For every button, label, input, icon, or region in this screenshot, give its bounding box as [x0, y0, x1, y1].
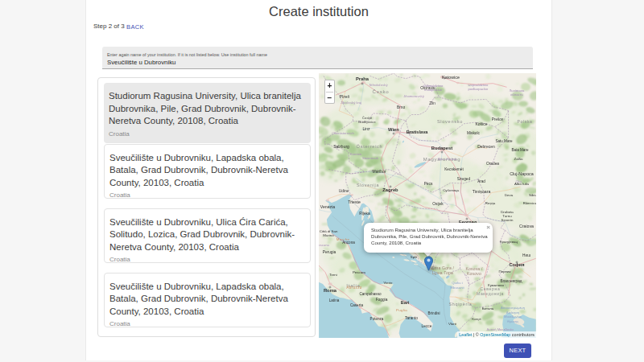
svg-text:Slovensko: Slovensko	[437, 119, 463, 124]
svg-text:Pescara: Pescara	[353, 270, 366, 274]
svg-text:Foggia: Foggia	[376, 298, 388, 302]
svg-text:Plzeň: Plzeň	[340, 94, 350, 99]
svg-text:Cluj: Cluj	[515, 179, 521, 183]
svg-text:Qarku i: Qarku i	[452, 281, 463, 285]
svg-text:Μακεδονίας: Μακεδονίας	[504, 315, 522, 319]
svg-text:Lecce: Lecce	[422, 324, 432, 328]
svg-text:Baia Mare: Baia Mare	[512, 148, 529, 152]
svg-text:Szeged: Szeged	[457, 177, 471, 181]
svg-text:Toscana: Toscana	[319, 243, 329, 247]
svg-text:Taranto: Taranto	[405, 316, 418, 320]
svg-text:Marche: Marche	[336, 237, 350, 241]
svg-text:Благоевград: Благоевград	[501, 279, 522, 283]
svg-text:podkarpackie: podkarpackie	[469, 87, 489, 91]
svg-text:Praha: Praha	[356, 76, 369, 81]
svg-text:Македонија: Македонија	[477, 291, 504, 296]
svg-text:Brno: Brno	[397, 105, 405, 109]
svg-text:Udine: Udine	[339, 189, 349, 193]
svg-text:Kärnten: Kärnten	[350, 152, 362, 156]
svg-text:Miskolc: Miskolc	[467, 131, 481, 135]
svg-text:Перник: Перник	[499, 269, 511, 274]
svg-text:Wien: Wien	[388, 127, 399, 132]
svg-text:Sibiu: Sibiu	[529, 193, 536, 197]
svg-text:Craiova: Craiova	[519, 224, 534, 228]
svg-text:Cluj-Napoca: Cluj-Napoca	[510, 171, 534, 176]
svg-text:Česko: Česko	[372, 88, 389, 94]
svg-text:Reșița: Reșița	[485, 201, 496, 205]
svg-text:Osijek: Osijek	[432, 202, 444, 206]
svg-text:Куманово: Куманово	[488, 283, 504, 287]
svg-text:Polska: Polska	[517, 119, 532, 124]
svg-text:Bács-Kiskun: Bács-Kiskun	[438, 157, 457, 161]
svg-text:Roma: Roma	[324, 288, 337, 293]
svg-text:Râmnicu: Râmnicu	[523, 201, 536, 205]
svg-text:Středočeský: Středočeský	[369, 83, 388, 87]
svg-text:Kecskemét: Kecskemét	[444, 167, 464, 171]
svg-text:Jihomoravský: Jihomoravský	[403, 94, 425, 98]
svg-text:Prešov: Prešov	[492, 117, 504, 121]
svg-text:Linz: Linz	[362, 126, 370, 131]
svg-text:Timișoara: Timișoara	[473, 189, 491, 194]
svg-text:Maribor: Maribor	[373, 169, 386, 174]
svg-text:Puglia: Puglia	[396, 308, 407, 312]
svg-text:Pécs: Pécs	[424, 182, 433, 186]
svg-text:Steiermark: Steiermark	[362, 156, 379, 160]
svg-text:Perugia: Perugia	[323, 250, 336, 254]
svg-text:Vlorë: Vlorë	[448, 322, 457, 326]
svg-text:Oradea: Oradea	[486, 162, 499, 166]
svg-text:Διοίκηση: Διοίκηση	[506, 311, 520, 315]
svg-text:Marino: Marino	[323, 233, 334, 237]
svg-text:Satu Mare: Satu Mare	[495, 139, 513, 143]
svg-text:Црна Гора: Црна Гора	[432, 270, 453, 275]
svg-text:Shqipëria: Shqipëria	[448, 302, 472, 306]
svg-text:Θράκης: Θράκης	[507, 319, 519, 323]
svg-text:Brindisi: Brindisi	[427, 311, 440, 315]
svg-text:Ниш: Ниш	[522, 253, 530, 257]
svg-text:Deva: Deva	[505, 193, 514, 197]
svg-text:Jihočeský kraj: Jihočeský kraj	[341, 101, 361, 105]
svg-text:Terni: Terni	[329, 273, 337, 277]
svg-text:Latina: Latina	[329, 298, 340, 302]
svg-text:Суботица: Суботица	[443, 188, 459, 192]
svg-text:Potenza: Potenza	[370, 317, 384, 321]
svg-text:Budějovice: Budějovice	[358, 120, 376, 124]
svg-text:Debrecen: Debrecen	[477, 144, 495, 149]
svg-text:Trieste: Trieste	[348, 200, 361, 204]
svg-text:Severin: Severin	[502, 218, 514, 222]
svg-text:Campobasso: Campobasso	[359, 292, 382, 296]
svg-text:Крагујевац: Крагујевац	[500, 240, 518, 244]
svg-text:Битола: Битола	[482, 306, 494, 311]
svg-text:Vieste: Vieste	[383, 281, 393, 285]
svg-text:małopolskie: małopolskie	[424, 88, 443, 92]
svg-text:Korçë: Korçë	[472, 317, 481, 321]
svg-text:область: область	[510, 93, 523, 97]
svg-text:Rijeka: Rijeka	[359, 212, 370, 216]
svg-text:Oberösterreich: Oberösterreich	[332, 131, 354, 135]
svg-text:Kosovo: Kosovo	[467, 271, 481, 276]
svg-text:Arad: Arad	[477, 179, 485, 183]
svg-text:Abruzzo: Abruzzo	[346, 286, 362, 290]
svg-text:Bari: Bari	[401, 300, 410, 305]
svg-text:Slovenija: Slovenija	[357, 183, 379, 187]
svg-text:Zagreb: Zagreb	[382, 187, 398, 192]
svg-text:Elbasanit: Elbasanit	[450, 286, 464, 290]
svg-text:Venezia: Venezia	[320, 204, 336, 209]
svg-text:Österreich: Österreich	[357, 144, 383, 149]
svg-text:Košice: Košice	[475, 121, 487, 126]
svg-text:Αποκεντρωμένη: Αποκεντρωμένη	[501, 306, 526, 310]
svg-text:Budapest: Budapest	[431, 146, 452, 150]
svg-text:Zalău: Zalău	[514, 157, 524, 161]
svg-text:Zlín: Zlín	[429, 101, 436, 105]
svg-text:Split: Split	[411, 255, 418, 259]
svg-text:Caserta: Caserta	[350, 303, 364, 307]
svg-text:Salzburg: Salzburg	[333, 144, 349, 149]
